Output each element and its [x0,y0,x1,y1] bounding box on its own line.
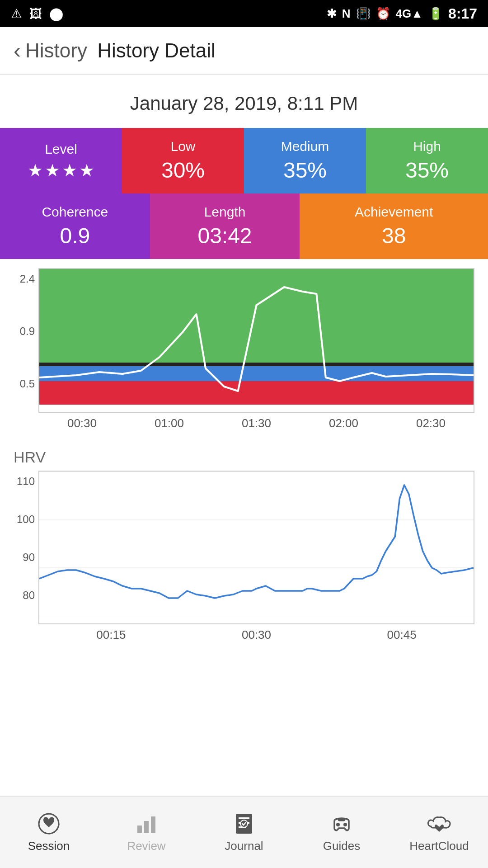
session-icon [37,812,61,835]
high-value: 35% [405,158,449,183]
length-value: 03:42 [197,223,252,248]
star-2: ★ [45,160,60,180]
x-label-0100: 01:00 [155,416,184,430]
hrv-y-labels: 110 100 90 80 [14,471,38,615]
length-cell: Length 03:42 [150,193,300,259]
coherence-chart-section: 2.4 0.9 0.5 [0,259,488,435]
svg-rect-15 [239,817,249,819]
hrv-label: HRV [14,448,474,466]
nav-journal[interactable]: Journal [195,812,293,853]
nfc-icon: N [342,7,351,21]
hrv-y-80: 80 [14,589,35,602]
medium-cell: Medium 35% [244,128,366,193]
battery-icon: 🔋 [428,7,443,21]
star-4: ★ [79,160,94,180]
journal-icon [232,812,256,835]
heartcloud-label: HeartCloud [409,839,469,853]
hrv-chart-canvas [38,471,474,624]
alarm-icon: ⏰ [376,7,390,21]
journal-label: Journal [225,839,263,853]
star-3: ★ [62,160,77,180]
status-bar: ⚠ 🖼 ⬤ ✱ N 📳 ⏰ 4G▲ 🔋 8:17 [0,0,488,27]
circle-icon: ⬤ [49,6,63,21]
hrv-x-0015: 00:15 [96,628,126,642]
coherence-cell: Coherence 0.9 [0,193,150,259]
svg-point-20 [343,823,347,826]
svg-rect-11 [137,826,142,833]
review-label: Review [127,839,165,853]
svg-point-19 [336,823,340,826]
x-label-0030: 00:30 [67,416,97,430]
bluetooth-icon: ✱ [327,7,337,21]
x-label-0130: 01:30 [242,416,271,430]
medium-value: 35% [283,158,327,183]
length-label: Length [204,204,246,220]
signal-icon: 4G▲ [396,7,423,21]
heartcloud-icon [426,812,453,835]
nav-guides[interactable]: Guides [293,812,390,853]
session-date: January 28, 2019, 8:11 PM [0,75,488,128]
breadcrumb-current: History Detail [97,39,216,61]
header: ‹ History History Detail [0,27,488,75]
nav-session[interactable]: Session [0,812,98,853]
star-1: ★ [28,160,43,180]
session-label: Session [28,839,70,853]
hrv-x-0030: 00:30 [242,628,271,642]
x-label-0200: 02:00 [329,416,358,430]
status-icons-right: ✱ N 📳 ⏰ 4G▲ 🔋 8:17 [327,5,477,22]
svg-rect-13 [151,816,155,833]
bottom-navigation: Session Review Journal [0,796,488,868]
hrv-x-0045: 00:45 [387,628,417,642]
high-cell: High 35% [366,128,488,193]
back-button[interactable]: ‹ [14,38,21,63]
y-label-05: 0.5 [14,377,35,390]
stats-row-1: Level ★ ★ ★ ★ Low 30% Medium 35% High 35… [0,128,488,193]
level-label: Level [45,142,77,157]
level-cell: Level ★ ★ ★ ★ [0,128,122,193]
low-value: 30% [161,158,205,183]
hrv-y-90: 90 [14,551,35,564]
coherence-chart-inner: 00:30 01:00 01:30 02:00 02:30 [38,268,474,430]
warning-icon: ⚠ [11,6,22,21]
status-icons-left: ⚠ 🖼 ⬤ [11,6,63,21]
low-label: Low [170,139,195,154]
hrv-x-labels: 00:15 00:30 00:45 [38,624,474,642]
time-display: 8:17 [448,5,477,22]
achievement-cell: Achievement 38 [300,193,488,259]
hrv-chart-inner: 00:15 00:30 00:45 [38,471,474,642]
coherence-y-labels: 2.4 0.9 0.5 [14,268,38,404]
guides-icon [330,812,353,835]
stats-row-2: Coherence 0.9 Length 03:42 Achievement 3… [0,193,488,259]
coherence-chart-canvas [38,268,474,413]
x-label-0230: 02:30 [416,416,446,430]
hrv-y-100: 100 [14,513,35,526]
vibrate-icon: 📳 [356,7,371,21]
image-icon: 🖼 [29,6,42,21]
nav-review[interactable]: Review [98,812,195,853]
svg-rect-0 [39,269,474,364]
achievement-label: Achievement [355,204,433,220]
achievement-value: 38 [382,223,406,248]
review-icon [135,812,158,835]
medium-label: Medium [281,139,329,154]
guides-label: Guides [323,839,360,853]
svg-rect-2 [39,363,474,366]
nav-heartcloud[interactable]: HeartCloud [390,812,488,853]
svg-rect-3 [39,381,474,405]
low-cell: Low 30% [122,128,244,193]
svg-rect-21 [338,818,345,821]
level-stars: ★ ★ ★ ★ [28,160,94,180]
coherence-value: 0.9 [60,223,90,248]
high-label: High [413,139,441,154]
coherence-chart-wrapper: 2.4 0.9 0.5 [14,268,474,430]
svg-rect-12 [144,821,149,833]
y-label-24: 2.4 [14,273,35,285]
hrv-section: HRV 110 100 90 80 [0,435,488,646]
hrv-chart-wrapper: 110 100 90 80 [14,471,474,642]
breadcrumb-parent: History [25,39,87,61]
hrv-y-110: 110 [14,475,35,488]
coherence-label: Coherence [42,204,108,220]
y-label-09: 0.9 [14,325,35,338]
coherence-x-labels: 00:30 01:00 01:30 02:00 02:30 [38,413,474,430]
